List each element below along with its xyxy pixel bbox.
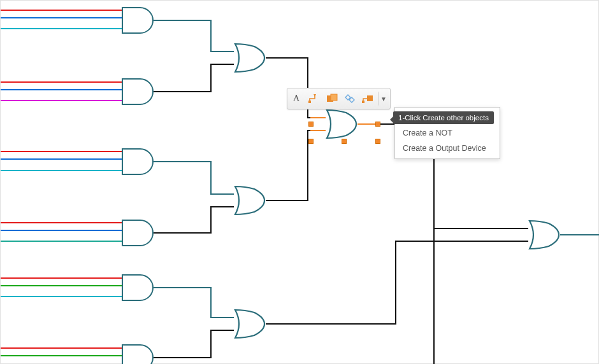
gate-or[interactable] bbox=[528, 220, 560, 250]
connector-tool-button[interactable] bbox=[307, 92, 322, 106]
selection-handle[interactable] bbox=[342, 139, 347, 144]
gate-or[interactable] bbox=[234, 43, 266, 73]
menu-item-create-not[interactable]: Create a NOT bbox=[395, 125, 500, 141]
diagram-canvas[interactable]: A ▼ Create a AND Create a NOT Create a O… bbox=[0, 0, 599, 364]
tooltip-text: 1-Click Create other objects bbox=[398, 114, 489, 122]
gate-and[interactable] bbox=[122, 148, 154, 175]
tooltip: 1-Click Create other objects bbox=[393, 111, 494, 124]
svg-rect-26 bbox=[367, 95, 373, 101]
quick-create-toolbar: A ▼ bbox=[287, 88, 391, 109]
text-tool-label: A bbox=[293, 94, 300, 104]
text-tool-button[interactable]: A bbox=[289, 92, 304, 106]
svg-rect-25 bbox=[362, 101, 364, 103]
link-shape-tool-button[interactable] bbox=[360, 92, 375, 106]
chevron-down-icon: ▼ bbox=[380, 95, 387, 102]
menu-item-create-output[interactable]: Create a Output Device bbox=[395, 141, 500, 156]
svg-rect-24 bbox=[331, 94, 337, 101]
selection-handle[interactable] bbox=[375, 139, 380, 144]
selection-handle[interactable] bbox=[308, 122, 314, 127]
gate-or-selected[interactable] bbox=[326, 109, 357, 139]
more-dropdown-button[interactable]: ▼ bbox=[378, 92, 389, 106]
svg-rect-22 bbox=[308, 101, 311, 103]
gate-and[interactable] bbox=[122, 344, 154, 364]
gate-and[interactable] bbox=[122, 220, 154, 246]
gate-and[interactable] bbox=[122, 78, 154, 105]
gate-or[interactable] bbox=[234, 185, 266, 216]
shape-tool-button[interactable] bbox=[324, 92, 340, 106]
diamond-tool-button[interactable] bbox=[342, 92, 357, 106]
wiring-layer bbox=[1, 1, 599, 364]
selection-handle[interactable] bbox=[375, 122, 380, 127]
gate-and[interactable] bbox=[122, 274, 154, 301]
gate-or[interactable] bbox=[234, 309, 266, 339]
gate-and[interactable] bbox=[122, 7, 154, 34]
selection-handle[interactable] bbox=[308, 139, 314, 144]
